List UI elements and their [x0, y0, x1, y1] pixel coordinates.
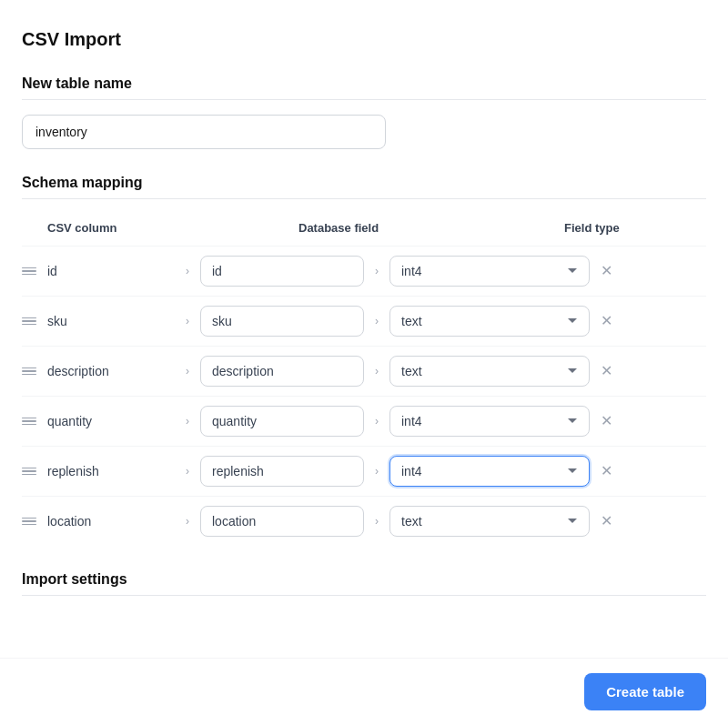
- field-type-select[interactable]: int4textboolfloat8datetimestampuuidjsonb: [389, 456, 590, 487]
- delete-row-button[interactable]: ✕: [597, 310, 616, 332]
- db-field-input[interactable]: [200, 406, 364, 437]
- arrow-icon: ›: [186, 315, 189, 327]
- table-row: location››int4textboolfloat8datetimestam…: [22, 496, 706, 546]
- db-field-input[interactable]: [200, 506, 364, 537]
- import-settings-label: Import settings: [22, 571, 706, 588]
- table-row: sku››int4textboolfloat8datetimestampuuid…: [22, 296, 706, 346]
- db-field-input[interactable]: [200, 256, 364, 287]
- csv-column-name: description: [47, 364, 175, 378]
- field-type-select[interactable]: int4textboolfloat8datetimestampuuidjsonb: [389, 256, 590, 287]
- db-field-input[interactable]: [200, 356, 364, 387]
- arrow-icon: ›: [186, 415, 189, 428]
- table-name-input[interactable]: [22, 115, 386, 149]
- arrow-icon: ›: [375, 465, 379, 478]
- delete-row-button[interactable]: ✕: [597, 510, 616, 532]
- arrow-icon: ›: [186, 465, 189, 478]
- footer: Create table: [0, 658, 728, 725]
- csv-column-name: sku: [47, 314, 175, 328]
- delete-row-button[interactable]: ✕: [597, 260, 616, 282]
- schema-columns-header: CSV column Database field Field type: [22, 214, 706, 242]
- delete-row-button[interactable]: ✕: [597, 460, 616, 482]
- header-csv-column: CSV column: [47, 221, 248, 235]
- page-title: CSV Import: [22, 29, 706, 50]
- arrow-icon: ›: [186, 365, 189, 378]
- csv-column-name: quantity: [47, 414, 175, 428]
- drag-handle[interactable]: [22, 418, 36, 426]
- field-type-select[interactable]: int4textboolfloat8datetimestampuuidjsonb: [389, 406, 590, 437]
- mapping-rows-container: id››int4textboolfloat8datetimestampuuidj…: [22, 246, 706, 546]
- arrow-icon: ›: [375, 265, 379, 277]
- drag-handle[interactable]: [22, 518, 36, 526]
- schema-mapping-label: Schema mapping: [22, 175, 706, 191]
- table-row: quantity››int4textboolfloat8datetimestam…: [22, 396, 706, 446]
- delete-row-button[interactable]: ✕: [597, 360, 616, 382]
- arrow-icon: ›: [375, 415, 379, 428]
- drag-handle[interactable]: [22, 317, 36, 326]
- header-db-field: Database field: [298, 221, 480, 235]
- table-row: id››int4textboolfloat8datetimestampuuidj…: [22, 246, 706, 296]
- page-container: CSV Import New table name Schema mapping…: [0, 0, 728, 654]
- schema-mapping-section: Schema mapping CSV column Database field…: [22, 175, 706, 546]
- arrow-icon: ›: [186, 515, 189, 528]
- table-name-label: New table name: [22, 76, 706, 92]
- field-type-select[interactable]: int4textboolfloat8datetimestampuuidjsonb: [389, 306, 590, 337]
- arrow-icon: ›: [375, 315, 379, 327]
- import-settings-section: Import settings: [22, 571, 706, 596]
- schema-divider: [22, 198, 706, 199]
- drag-handle[interactable]: [22, 468, 36, 476]
- arrow-icon: ›: [375, 515, 379, 528]
- csv-column-name: location: [47, 514, 175, 529]
- delete-row-button[interactable]: ✕: [597, 410, 616, 432]
- table-name-section: New table name: [22, 76, 706, 149]
- create-table-button[interactable]: Create table: [584, 673, 706, 710]
- db-field-input[interactable]: [200, 306, 364, 337]
- field-type-select[interactable]: int4textboolfloat8datetimestampuuidjsonb: [389, 356, 590, 387]
- field-type-select[interactable]: int4textboolfloat8datetimestampuuidjsonb: [389, 506, 590, 537]
- drag-handle[interactable]: [22, 368, 36, 376]
- header-field-type: Field type: [564, 221, 620, 235]
- csv-column-name: id: [47, 264, 175, 278]
- arrow-icon: ›: [186, 265, 189, 277]
- arrow-icon: ›: [375, 365, 379, 378]
- table-name-divider: [22, 99, 706, 100]
- table-row: description››int4textboolfloat8datetimes…: [22, 346, 706, 396]
- csv-column-name: replenish: [47, 464, 175, 478]
- db-field-input[interactable]: [200, 456, 364, 487]
- import-settings-divider: [22, 595, 706, 596]
- table-row: replenish››int4textboolfloat8datetimesta…: [22, 446, 706, 496]
- drag-handle[interactable]: [22, 267, 36, 276]
